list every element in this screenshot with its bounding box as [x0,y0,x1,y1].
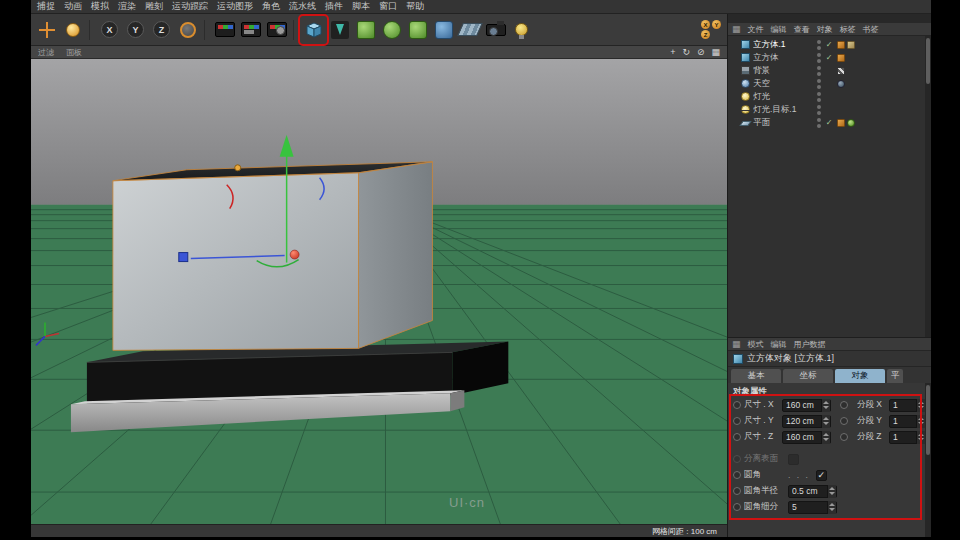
keyframe-dot[interactable] [733,503,741,511]
light-button[interactable] [509,17,534,43]
render-settings-button[interactable] [264,17,289,43]
object-item-plane[interactable]: 平面 ✓ [728,116,931,129]
menu-render[interactable]: 渲染 [118,0,136,13]
phong-tag-icon[interactable] [847,41,855,49]
pen-tool-button[interactable] [327,17,352,43]
visibility-toggles[interactable] [817,40,821,50]
zoom-icon[interactable]: ⊘ [697,48,705,57]
maximize-icon[interactable]: ▦ [711,48,720,57]
y-axis-lock-button[interactable]: Y [123,17,148,43]
menu-sculpt[interactable]: 雕刻 [145,0,163,13]
object-item-background[interactable]: 背景 [728,64,931,77]
om-menu-tags[interactable]: 标签 [840,24,856,35]
am-menu-userdata[interactable]: 用户数据 [794,339,826,350]
keyframe-dot[interactable] [840,401,848,409]
seg-y-input[interactable] [890,416,916,426]
om-menu-object[interactable]: 对象 [817,24,833,35]
size-x-input[interactable] [783,400,821,410]
visibility-toggles[interactable] [817,118,821,128]
keyframe-dot[interactable] [733,433,741,441]
am-scrollbar[interactable] [925,383,931,537]
viewport-3d[interactable]: UI·cn [31,59,727,524]
phong-tag-icon[interactable] [837,119,845,127]
object-item-light-target[interactable]: 灯光.目标.1 [728,103,931,116]
menu-simulate[interactable]: 模拟 [91,0,109,13]
keyframe-dot[interactable] [840,433,848,441]
stepper[interactable] [821,415,830,428]
enabled-check[interactable]: ✓ [824,118,834,127]
keyframe-dot[interactable] [733,417,741,425]
menu-plugins[interactable]: 插件 [325,0,343,13]
material-tag-icon[interactable] [847,119,855,127]
keyframe-dot[interactable] [840,417,848,425]
tab-coordinates[interactable]: 坐标 [783,369,833,383]
am-menu-mode[interactable]: 模式 [748,339,764,350]
stepper[interactable] [821,431,830,444]
object-item-cube1[interactable]: 立方体.1 ✓ [728,38,931,51]
fillet-subdivision-input[interactable] [789,502,827,512]
x-axis-lock-button[interactable]: X [97,17,122,43]
tab-object[interactable]: 对象 [835,369,885,383]
cube-primitive-button[interactable] [301,17,326,43]
om-menu-bookmarks[interactable]: 书签 [863,24,879,35]
viewport-menu-panel[interactable]: 面板 [66,47,82,58]
visibility-toggles[interactable] [817,66,821,76]
size-y-input[interactable] [783,416,821,426]
compositing-tag-icon[interactable] [837,80,845,88]
object-item-light[interactable]: 灯光 [728,90,931,103]
visibility-toggles[interactable] [817,105,821,115]
object-item-cube[interactable]: 立方体 ✓ [728,51,931,64]
enabled-check[interactable]: ✓ [824,53,834,62]
fillet-radius-input[interactable] [789,486,827,496]
floor-environment-button[interactable] [457,17,482,43]
fillet-checkbox[interactable]: ✓ [816,470,827,481]
render-picture-viewer-button[interactable] [238,17,263,43]
camera-button[interactable] [483,17,508,43]
keyframe-dot[interactable] [733,471,741,479]
om-menu-edit[interactable]: 编辑 [771,24,787,35]
deformer-button[interactable] [431,17,456,43]
phong-tag-icon[interactable] [837,54,845,62]
pan-icon[interactable]: + [670,48,675,57]
menu-motion-tracker[interactable]: 运动跟踪 [172,0,208,13]
visibility-toggles[interactable] [817,53,821,63]
stepper[interactable] [827,501,836,514]
window-grip-icon[interactable]: ▦ [732,340,741,349]
seg-z-input[interactable] [890,432,916,442]
menu-help[interactable]: 帮助 [406,0,424,13]
array-generator-button[interactable] [379,17,404,43]
subdivision-surface-button[interactable] [353,17,378,43]
size-z-input[interactable] [783,432,821,442]
am-menu-edit[interactable]: 编辑 [771,339,787,350]
tab-basic[interactable]: 基本 [731,369,781,383]
stepper[interactable] [916,415,925,428]
menu-pipeline[interactable]: 流水线 [289,0,316,13]
stepper[interactable] [916,431,925,444]
render-view-button[interactable] [212,17,237,43]
live-selection-button[interactable] [60,17,85,43]
menu-script[interactable]: 脚本 [352,0,370,13]
z-axis-lock-button[interactable]: Z [149,17,174,43]
texture-tag-icon[interactable] [837,67,845,75]
texture-tag-icon[interactable] [837,41,845,49]
enabled-check[interactable]: ✓ [824,40,834,49]
stepper[interactable] [827,485,836,498]
object-item-sky[interactable]: 天空 [728,77,931,90]
stepper[interactable] [916,399,925,412]
window-grip-icon[interactable]: ▦ [732,25,741,34]
menu-animation[interactable]: 动画 [64,0,82,13]
visibility-toggles[interactable] [817,92,821,102]
om-scrollbar[interactable] [925,36,931,337]
orbit-icon[interactable]: ↻ [682,48,690,57]
seg-x-input[interactable] [890,400,916,410]
tab-phong-partial[interactable]: 平 [887,369,903,383]
boole-generator-button[interactable] [405,17,430,43]
move-tool-button[interactable] [34,17,59,43]
viewport-menu-filter[interactable]: 过滤 [38,47,54,58]
menu-character[interactable]: 角色 [262,0,280,13]
menu-window[interactable]: 窗口 [379,0,397,13]
menu-snap[interactable]: 捕捉 [37,0,55,13]
menu-mograph[interactable]: 运动图形 [217,0,253,13]
keyframe-dot[interactable] [733,401,741,409]
om-menu-file[interactable]: 文件 [748,24,764,35]
